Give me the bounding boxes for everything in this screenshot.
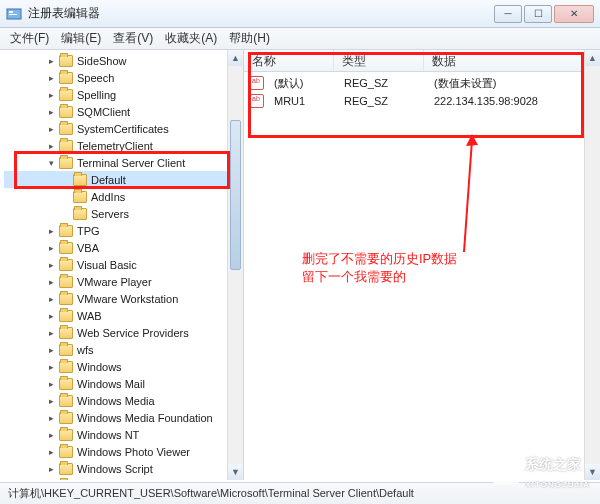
- tree-item[interactable]: ▸Web Service Providers: [4, 324, 243, 341]
- svg-rect-2: [9, 14, 17, 15]
- tree-label: Windows NT: [77, 429, 139, 441]
- menu-edit[interactable]: 编辑(E): [57, 28, 105, 49]
- tree-item[interactable]: ▸TelemetryClient: [4, 137, 243, 154]
- value-row[interactable]: (默认)REG_SZ(数值未设置): [244, 74, 600, 92]
- folder-icon: [59, 242, 73, 254]
- tree-scrollbar[interactable]: ▲ ▼: [227, 50, 243, 480]
- tree-item[interactable]: ▸wfs: [4, 341, 243, 358]
- tree-label: Terminal Server Client: [77, 157, 185, 169]
- title-bar: 注册表编辑器 ─ ☐ ✕: [0, 0, 600, 28]
- expander-icon[interactable]: ▸: [46, 55, 57, 66]
- values-body[interactable]: (默认)REG_SZ(数值未设置)MRU1REG_SZ222.134.135.9…: [244, 72, 600, 112]
- folder-icon: [59, 412, 73, 424]
- expander-icon[interactable]: ▸: [46, 327, 57, 338]
- tree-item[interactable]: ▸Windows Mail: [4, 375, 243, 392]
- expander-icon[interactable]: ▸: [46, 446, 57, 457]
- tree-label: VBA: [77, 242, 99, 254]
- scroll-down-button[interactable]: ▼: [228, 464, 243, 480]
- registry-tree[interactable]: ▸SideShow▸Speech▸Spelling▸SQMClient▸Syst…: [0, 50, 244, 480]
- value-name: MRU1: [266, 95, 336, 107]
- col-data[interactable]: 数据: [424, 50, 600, 71]
- tree-label: TPG: [77, 225, 100, 237]
- expander-icon[interactable]: [60, 174, 71, 185]
- value-row[interactable]: MRU1REG_SZ222.134.135.98:9028: [244, 92, 600, 110]
- tree-item[interactable]: ▸SQMClient: [4, 103, 243, 120]
- folder-icon: [59, 446, 73, 458]
- window-controls: ─ ☐ ✕: [494, 5, 594, 23]
- folder-icon: [59, 157, 73, 169]
- tree-label: Windows Photo Viewer: [77, 446, 190, 458]
- scroll-thumb[interactable]: [230, 120, 241, 270]
- scroll-up-button[interactable]: ▲: [228, 50, 243, 66]
- watermark-sub: XITONGZUJIA: [525, 480, 590, 489]
- tree-item[interactable]: ▾Terminal Server Client: [4, 154, 243, 171]
- tree-item[interactable]: ▸WAB: [4, 307, 243, 324]
- tree-item[interactable]: ▸Visual Basic: [4, 256, 243, 273]
- expander-icon[interactable]: ▸: [46, 72, 57, 83]
- tree-item[interactable]: AddIns: [4, 188, 243, 205]
- tree-item[interactable]: ▸Windows Media Foundation: [4, 409, 243, 426]
- tree-label: Spelling: [77, 89, 116, 101]
- tree-item[interactable]: ▸VMware Workstation: [4, 290, 243, 307]
- tree-label: AddIns: [91, 191, 125, 203]
- tree-item[interactable]: ▸VMware Player: [4, 273, 243, 290]
- tree-item[interactable]: ▸VBA: [4, 239, 243, 256]
- tree-label: Windows Mail: [77, 378, 145, 390]
- value-type: REG_SZ: [336, 95, 426, 107]
- tree-item[interactable]: ▸SideShow: [4, 52, 243, 69]
- tree-item[interactable]: ▸Windows Photo Viewer: [4, 443, 243, 460]
- watermark-logo-icon: [493, 462, 519, 484]
- expander-icon[interactable]: ▸: [46, 463, 57, 474]
- tree-label: Speech: [77, 72, 114, 84]
- tree-label: VMware Player: [77, 276, 152, 288]
- tree-item[interactable]: ▸Windows Script Host: [4, 477, 243, 480]
- tree-label: Windows Script: [77, 463, 153, 475]
- tree-item[interactable]: ▸Windows NT: [4, 426, 243, 443]
- expander-icon[interactable]: ▸: [46, 310, 57, 321]
- folder-icon: [59, 463, 73, 475]
- expander-icon[interactable]: ▸: [46, 259, 57, 270]
- tree-item[interactable]: ▸Speech: [4, 69, 243, 86]
- expander-icon[interactable]: ▸: [46, 140, 57, 151]
- expander-icon[interactable]: ▸: [46, 395, 57, 406]
- tree-item[interactable]: ▸TPG: [4, 222, 243, 239]
- folder-icon: [59, 378, 73, 390]
- svg-line-3: [464, 140, 472, 252]
- folder-icon: [59, 327, 73, 339]
- expander-icon[interactable]: ▸: [46, 89, 57, 100]
- menu-favorites[interactable]: 收藏夹(A): [161, 28, 221, 49]
- expander-icon[interactable]: ▸: [46, 106, 57, 117]
- col-name[interactable]: 名称: [244, 50, 334, 71]
- maximize-button[interactable]: ☐: [524, 5, 552, 23]
- tree-item[interactable]: ▸Windows Script: [4, 460, 243, 477]
- scroll-up-button[interactable]: ▲: [585, 50, 600, 66]
- expander-icon[interactable]: ▸: [46, 344, 57, 355]
- menu-view[interactable]: 查看(V): [109, 28, 157, 49]
- expander-icon[interactable]: ▸: [46, 378, 57, 389]
- expander-icon[interactable]: ▾: [46, 157, 57, 168]
- tree-label: Windows: [77, 361, 122, 373]
- menu-help[interactable]: 帮助(H): [225, 28, 274, 49]
- col-type[interactable]: 类型: [334, 50, 424, 71]
- expander-icon[interactable]: ▸: [46, 412, 57, 423]
- tree-item[interactable]: Default: [4, 171, 243, 188]
- expander-icon[interactable]: ▸: [46, 361, 57, 372]
- expander-icon[interactable]: ▸: [46, 242, 57, 253]
- expander-icon[interactable]: ▸: [46, 293, 57, 304]
- tree-item[interactable]: ▸Windows: [4, 358, 243, 375]
- expander-icon[interactable]: [60, 191, 71, 202]
- values-scrollbar[interactable]: ▲ ▼: [584, 50, 600, 480]
- tree-item[interactable]: ▸Spelling: [4, 86, 243, 103]
- expander-icon[interactable]: ▸: [46, 123, 57, 134]
- expander-icon[interactable]: ▸: [46, 276, 57, 287]
- tree-item[interactable]: Servers: [4, 205, 243, 222]
- expander-icon[interactable]: ▸: [46, 225, 57, 236]
- expander-icon[interactable]: [60, 208, 71, 219]
- menu-file[interactable]: 文件(F): [6, 28, 53, 49]
- tree-item[interactable]: ▸Windows Media: [4, 392, 243, 409]
- expander-icon[interactable]: ▸: [46, 429, 57, 440]
- tree-item[interactable]: ▸SystemCertificates: [4, 120, 243, 137]
- minimize-button[interactable]: ─: [494, 5, 522, 23]
- close-button[interactable]: ✕: [554, 5, 594, 23]
- values-pane: 名称 类型 数据 (默认)REG_SZ(数值未设置)MRU1REG_SZ222.…: [244, 50, 600, 480]
